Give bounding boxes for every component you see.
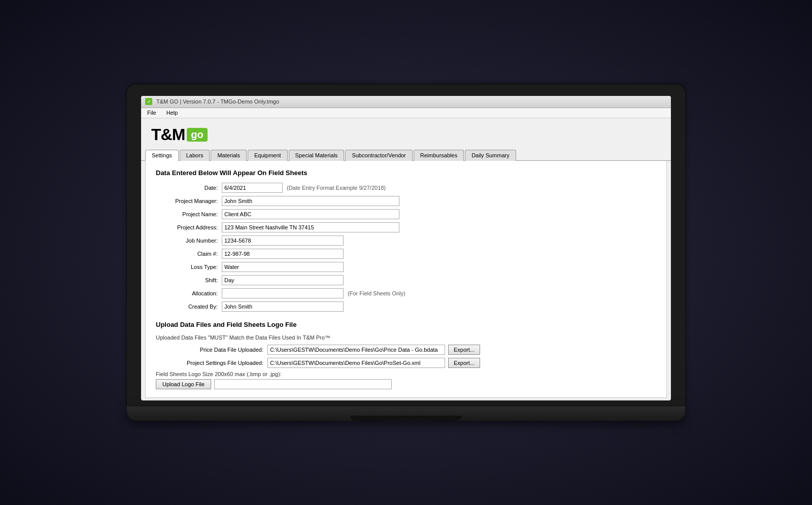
job-number-input[interactable]	[222, 235, 344, 246]
date-note: (Date Entry Format Example 9/27/2018)	[287, 185, 386, 191]
tabs-container: Settings Labors Materials Equipment Spec…	[141, 149, 671, 161]
price-data-file-input[interactable]	[267, 345, 445, 355]
tab-daily-summary[interactable]: Daily Summary	[465, 150, 516, 161]
laptop-base	[127, 407, 685, 421]
logo-note: Field Sheets Logo Size 200x60 max (.bmp …	[156, 371, 656, 377]
created-by-label: Created By:	[156, 304, 222, 310]
date-input[interactable]	[222, 183, 283, 193]
project-manager-row: Project Manager:	[156, 196, 656, 206]
upload-section-title: Upload Data Files and Field Sheets Logo …	[156, 321, 656, 328]
laptop-container: ✓ T&M GO | Version 7.0.7 - TMGo-Demo Onl…	[127, 85, 685, 421]
job-number-label: Job Number:	[156, 238, 222, 244]
project-settings-file-input[interactable]	[267, 358, 445, 368]
tab-labors[interactable]: Labors	[180, 150, 210, 161]
project-manager-label: Project Manager:	[156, 198, 222, 204]
project-manager-input[interactable]	[222, 196, 399, 206]
claim-number-label: Claim #:	[156, 251, 222, 257]
logo-path-input[interactable]	[214, 379, 392, 389]
tab-equipment[interactable]: Equipment	[248, 150, 288, 161]
project-settings-file-label: Project Settings File Uploaded:	[156, 360, 267, 366]
date-label: Date:	[156, 185, 222, 191]
menu-help[interactable]: Help	[164, 109, 180, 116]
project-address-input[interactable]	[222, 222, 399, 232]
project-settings-export-button[interactable]: Export...	[448, 358, 480, 368]
date-row: Date: (Date Entry Format Example 9/27/20…	[156, 183, 656, 193]
menu-bar: File Help	[141, 108, 671, 118]
logo-area: T&M go	[141, 118, 671, 149]
tab-materials[interactable]: Materials	[211, 150, 247, 161]
created-by-input[interactable]	[222, 301, 344, 312]
tab-settings[interactable]: Settings	[145, 150, 179, 161]
allocation-note: (For Field Sheets Only)	[348, 290, 405, 296]
shift-row: Shift:	[156, 275, 656, 285]
price-data-file-label: Price Data File Uploaded:	[156, 347, 267, 353]
created-by-row: Created By:	[156, 301, 656, 312]
upload-logo-button[interactable]: Upload Logo File	[156, 379, 211, 389]
title-bar: ✓ T&M GO | Version 7.0.7 - TMGo-Demo Onl…	[141, 96, 671, 108]
title-bar-text: T&M GO | Version 7.0.7 - TMGo-Demo Only.…	[156, 98, 279, 105]
allocation-input[interactable]	[222, 288, 344, 298]
job-number-row: Job Number:	[156, 235, 656, 246]
claim-number-input[interactable]	[222, 249, 344, 259]
content-area: Data Entered Below Will Appear On Field …	[145, 161, 667, 398]
shift-label: Shift:	[156, 277, 222, 283]
loss-type-row: Loss Type:	[156, 262, 656, 272]
loss-type-label: Loss Type:	[156, 264, 222, 270]
logo-tm: T&M	[151, 125, 185, 144]
screen-bezel: ✓ T&M GO | Version 7.0.7 - TMGo-Demo Onl…	[127, 85, 685, 407]
upload-note: Uploaded Data Files "MUST" Match the Dat…	[156, 334, 656, 341]
tab-subcontractor-vendor[interactable]: Subcontractor/Vendor	[345, 150, 412, 161]
app-icon: ✓	[145, 98, 152, 105]
allocation-row: Allocation: (For Field Sheets Only)	[156, 288, 656, 298]
section-title-field-sheets: Data Entered Below Will Appear On Field …	[156, 169, 656, 177]
logo: T&M go	[151, 125, 661, 144]
price-data-export-button[interactable]: Export...	[448, 345, 480, 355]
allocation-label: Allocation:	[156, 290, 222, 296]
shift-input[interactable]	[222, 275, 344, 285]
project-address-row: Project Address:	[156, 222, 656, 232]
tab-reimbursables[interactable]: Reimbursables	[414, 150, 464, 161]
screen-inner: ✓ T&M GO | Version 7.0.7 - TMGo-Demo Onl…	[141, 96, 671, 400]
project-address-label: Project Address:	[156, 224, 222, 230]
project-settings-file-row: Project Settings File Uploaded: Export..…	[156, 358, 656, 368]
project-name-row: Project Name:	[156, 209, 656, 219]
project-name-input[interactable]	[222, 209, 399, 219]
upload-section: Upload Data Files and Field Sheets Logo …	[156, 321, 656, 389]
claim-number-row: Claim #:	[156, 249, 656, 259]
tab-special-materials[interactable]: Special Materials	[289, 150, 345, 161]
project-name-label: Project Name:	[156, 211, 222, 217]
price-data-file-row: Price Data File Uploaded: Export...	[156, 345, 656, 355]
loss-type-input[interactable]	[222, 262, 344, 272]
logo-upload-row: Upload Logo File	[156, 379, 656, 389]
menu-file[interactable]: File	[145, 109, 158, 116]
app-window: ✓ T&M GO | Version 7.0.7 - TMGo-Demo Onl…	[141, 96, 671, 400]
logo-go: go	[187, 128, 207, 142]
